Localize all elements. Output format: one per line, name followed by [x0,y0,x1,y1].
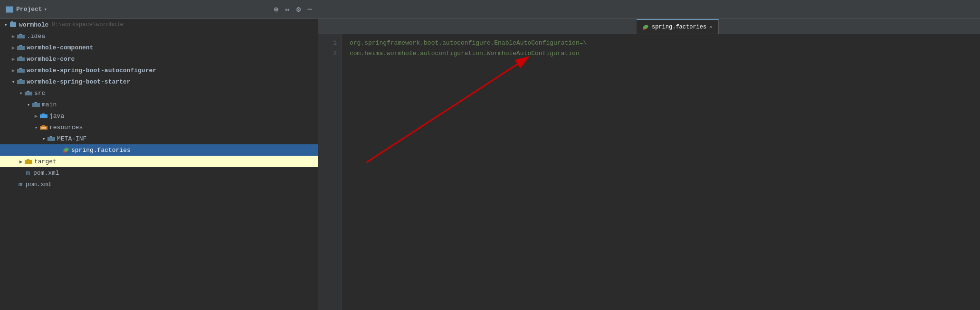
maven-icon-pom2: m [17,181,24,188]
tree-item-wsbs[interactable]: ▾ wormhole-spring-boot-starter [0,76,318,87]
svg-rect-2 [11,21,13,23]
top-bar: Project ▾ ⊕ ⇔ ⚙ ─ [0,0,980,19]
main-label: main [42,101,57,108]
tab-spring-leaf-icon [642,24,649,30]
tree-item-wormhole-component[interactable]: ▶ wormhole-component [0,42,318,53]
project-folder-icon [6,6,13,13]
svg-point-7 [63,151,65,153]
project-dropdown-arrow[interactable]: ▾ [44,6,48,12]
arrow-wormhole: ▾ [2,22,10,28]
folder-icon-wcore [17,56,25,62]
maven-icon-pom1: m [25,169,31,177]
folder-icon-src [25,90,32,96]
tree-item-wsba[interactable]: ▶ wormhole-spring-boot-autoconfigurer [0,65,318,76]
line-numbers: 1 2 [318,34,342,310]
arrow-target: ▶ [17,159,25,165]
arrow-main: ▾ [25,102,32,108]
tree-item-wormhole-core[interactable]: ▶ wormhole-core [0,53,318,65]
module-icon [10,21,17,28]
wc-label: wormhole-component [27,44,93,51]
editor-area: spring.factories ✕ 1 2 org.springframewo… [318,19,980,310]
arrow-wcore: ▶ [10,56,17,62]
wormhole-label: wormhole [19,21,48,28]
line-number-1: 1 [318,38,337,48]
tree-item-idea[interactable]: ▶ .idea [0,30,318,42]
tree-item-wormhole[interactable]: ▾ wormhole D:\workspace\wormhole [0,19,318,30]
folder-icon-java [40,113,48,119]
folder-icon-idea [17,33,25,39]
code-area[interactable]: org.springframework.boot.autoconfigure.E… [342,34,980,310]
folder-icon-main [32,102,40,107]
idea-label: .idea [27,33,45,40]
tree-item-spring-factories[interactable]: spring.factories [0,144,318,156]
tree-item-target[interactable]: ▶ target [0,156,318,167]
folder-icon-wsba [17,67,25,73]
pom1-label: pom.xml [33,169,59,177]
tab-bar: spring.factories ✕ [318,19,980,34]
sf-label: spring.factories [71,147,131,154]
tab-close-button[interactable]: ✕ [709,24,713,30]
project-label: Project [16,6,42,13]
add-icon[interactable]: ⊕ [274,5,278,14]
tab-spring-factories[interactable]: spring.factories ✕ [637,19,719,34]
folder-icon-wc [17,45,25,50]
code-line-2: com.heima.wormhole.autoconfiguration.Wor… [350,48,972,59]
folder-icon-metainf [48,136,55,141]
folder-icon-target [25,159,32,164]
project-tree: ▾ wormhole D:\workspace\wormhole ▶ .idea… [0,19,318,310]
tree-item-resources[interactable]: ▾ resources [0,122,318,133]
arrow-src: ▾ [17,90,25,96]
project-title-area: Project ▾ ⊕ ⇔ ⚙ ─ [0,0,318,19]
arrow-wsba: ▶ [10,67,17,74]
resources-label: resources [49,124,83,131]
line-number-2: 2 [318,48,337,59]
spring-leaf-icon [63,147,69,153]
tree-item-pom2[interactable]: m pom.xml [0,178,318,190]
tree-item-java[interactable]: ▶ java [0,110,318,122]
tree-item-metainf[interactable]: ▾ META-INF [0,133,318,144]
arrow-idea: ▶ [10,33,17,39]
wsbs-label: wormhole-spring-boot-starter [27,78,130,85]
code-line-1: org.springframework.boot.autoconfigure.E… [350,38,972,48]
arrow-resources: ▾ [32,124,40,131]
java-label: java [49,113,64,120]
folder-icon-wsbs [17,79,25,85]
editor-content: 1 2 org.springframework.boot.autoconfigu… [318,34,980,310]
tree-item-pom1[interactable]: m pom.xml [0,167,318,178]
arrow-wsbs: ▾ [10,79,17,85]
main-content: ▾ wormhole D:\workspace\wormhole ▶ .idea… [0,19,980,310]
pom2-label: pom.xml [26,181,52,188]
svg-point-10 [643,28,645,30]
src-label: src [34,90,45,97]
tree-item-main[interactable]: ▾ main [0,99,318,110]
settings-icon[interactable]: ⚙ [296,5,301,14]
wcore-label: wormhole-core [27,56,75,63]
wsba-label: wormhole-spring-boot-autoconfigurer [27,67,156,74]
target-label: target [34,158,57,165]
minimize-icon[interactable]: ─ [307,5,312,14]
toolbar-icons: ⊕ ⇔ ⚙ ─ [274,5,312,14]
tree-item-src[interactable]: ▾ src [0,87,318,99]
metainf-label: META-INF [57,135,86,142]
arrow-wc: ▶ [10,45,17,51]
arrow-metainf: ▾ [40,136,48,142]
tab-label: spring.factories [652,24,706,30]
split-icon[interactable]: ⇔ [285,5,290,14]
wormhole-path: D:\workspace\wormhole [51,21,123,28]
arrow-java: ▶ [32,113,40,119]
folder-icon-resources [40,124,48,130]
svg-line-12 [367,57,529,162]
